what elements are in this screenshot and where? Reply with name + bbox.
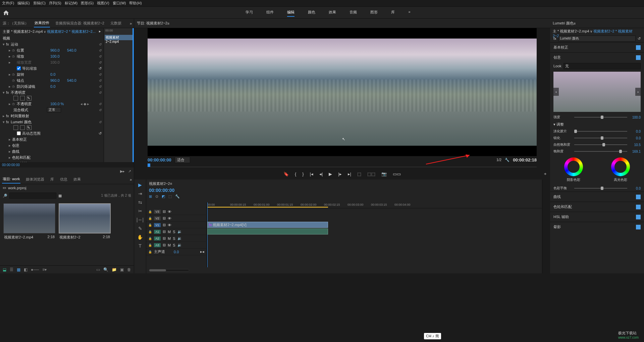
type-tool-icon[interactable]: T (139, 243, 142, 249)
uniform-scale-checkbox[interactable]: 等比缩放↺ (0, 65, 104, 71)
slider-sharpen[interactable]: 锐化0.0 (550, 135, 644, 141)
menu-help[interactable]: 帮助(H) (129, 1, 142, 6)
prop-anchor[interactable]: ◷锚点960.0540.0↺ (0, 77, 104, 83)
lumetri-curves[interactable]: ▸曲线 (0, 148, 104, 154)
prop-opacity-value[interactable]: ▸◷不透明度100.0 %◂ ◆ ▸↺ (0, 101, 104, 107)
ws-overflow-icon[interactable]: » (408, 8, 410, 17)
track-a2[interactable]: 🔒A2⊟MS🔉 (146, 235, 206, 242)
track-v2[interactable]: 🔒V2⊟👁 (146, 215, 206, 222)
lumetri-hsl[interactable]: ▸HSL 辅助 (0, 160, 104, 162)
settings-icon[interactable]: ⬚ (168, 194, 172, 199)
adjust-header[interactable]: ▾ 调整 (550, 121, 644, 128)
selection-tool-icon[interactable]: ▶ (138, 182, 142, 188)
tab-info[interactable]: 信息 (59, 176, 68, 183)
audio-clip[interactable] (207, 228, 328, 234)
lumetri-wheels[interactable]: ▸色轮和匹配 (0, 154, 104, 160)
prop-scale[interactable]: ▸◷缩放100.0↺ (0, 53, 104, 59)
ws-tab-editing[interactable]: 编辑 (287, 8, 294, 17)
lumetri-creative[interactable]: ▸创意 (0, 142, 104, 148)
overflow-icon[interactable]: » (130, 178, 132, 182)
step-fwd-icon[interactable]: |▸ (338, 172, 341, 177)
play-only-icon[interactable]: ▶▸ (120, 169, 125, 174)
effect-time-remap[interactable]: ▸fx时间重映射 (0, 113, 104, 119)
delete-icon[interactable]: 🗑 (127, 267, 131, 272)
in-point-icon[interactable]: { (295, 172, 296, 177)
menu-clip[interactable]: 剪辑(C) (33, 1, 46, 6)
auto-seq-icon[interactable]: ▭ (96, 267, 100, 272)
play-icon[interactable]: ▶ (329, 172, 332, 177)
reset-icon[interactable]: ↺ (638, 37, 641, 41)
slip-tool-icon[interactable]: |↔| (137, 217, 144, 222)
ws-tab-assembly[interactable]: 组件 (266, 8, 274, 17)
mask-shape-icons[interactable]: ✎ (0, 95, 104, 101)
pen-tool-icon[interactable]: ✎ (138, 226, 142, 231)
icon-view-icon[interactable]: ▦ (17, 267, 20, 272)
effect-opacity[interactable]: ▾fx不透明度↺ (0, 89, 104, 95)
program-timecode[interactable]: 00:00:00:00 (148, 157, 171, 162)
prop-antiflicker[interactable]: ▸◷防闪烁滤镜0.0↺ (0, 83, 104, 89)
overflow-icon[interactable]: » (130, 21, 132, 25)
slider-saturation[interactable]: 饱和度169.1 (550, 148, 644, 155)
sort-icon[interactable]: ≡▾ (42, 267, 47, 272)
track-v3[interactable]: 🔒V3⊟👁 (146, 208, 206, 215)
button-editor-icon[interactable]: ＋ (543, 171, 547, 177)
extract-icon[interactable]: ⬚⬚ (367, 172, 375, 177)
playhead-icon[interactable] (148, 163, 150, 167)
prev-look-icon[interactable]: ‹ (553, 88, 559, 96)
track-v1[interactable]: 🔒V1⊟👁 (146, 222, 206, 228)
razor-tool-icon[interactable]: ✂ (138, 208, 142, 214)
slider-intensity[interactable]: 强度100.0 (550, 114, 644, 121)
menu-window[interactable]: 窗口(W) (113, 1, 126, 6)
freeform-view-icon[interactable]: ◧ (24, 267, 28, 272)
wrench-icon[interactable]: 🔧 (505, 158, 509, 162)
export-frame-icon[interactable]: 📷 (381, 172, 387, 177)
home-button[interactable] (0, 7, 12, 19)
slider-fade[interactable]: 淡化胶片0.0 (550, 128, 644, 135)
highlight-tint-wheel[interactable]: 高光色彩 (609, 157, 632, 182)
ws-tab-audio[interactable]: 音频 (350, 8, 357, 17)
look-select[interactable]: 无 (564, 63, 641, 69)
lumetri-preset-select[interactable]: Lumetri 颜色 (558, 36, 636, 42)
zoom-select[interactable]: 1/2 (496, 158, 501, 162)
menu-view[interactable]: 视图(V) (97, 1, 109, 6)
pen-mask-icon[interactable]: ✎ (27, 96, 32, 100)
crumb-link[interactable]: 视频素材2~2 * 视频素材2~2... (47, 29, 96, 33)
compare-icon[interactable]: ▭▭ (393, 172, 401, 177)
tab-media-browser[interactable]: 媒体浏览器 (25, 176, 45, 183)
section-basic[interactable]: 基本校正 (550, 42, 644, 52)
find-icon[interactable]: 🔍 (103, 267, 108, 272)
ws-tab-libraries[interactable]: 库 (391, 8, 395, 17)
check-icon[interactable] (636, 45, 641, 50)
prop-blend-mode[interactable]: 混合模式正常↺ (0, 107, 104, 113)
marker-tool-icon[interactable]: ◩ (162, 194, 165, 199)
snap-icon[interactable]: ⊞ (149, 194, 152, 199)
list-view-icon[interactable]: ☰ (10, 267, 13, 272)
timeline-zoom-scrollbar[interactable] (149, 269, 189, 272)
section-wheels[interactable]: 色轮和匹配 (550, 202, 644, 212)
tab-project[interactable]: 项目: work (2, 175, 20, 184)
linked-sel-icon[interactable]: ⊙ (155, 194, 158, 199)
prop-position[interactable]: ▸◷位置960.0540.0↺ (0, 47, 104, 53)
tab-audio-mixer[interactable]: 音频剪辑混合器: 视频素材2~2 (55, 19, 105, 27)
ripple-tool-icon[interactable]: ⇆ (138, 200, 142, 205)
ellipse-mask-icon[interactable] (13, 96, 18, 100)
time-ruler[interactable]: 00:00 00:00:00:15 00:00:01:00 00:00:01:1… (207, 202, 542, 208)
tab-libraries[interactable]: 库 (50, 176, 55, 183)
track-master[interactable]: 🔒主声道0.0▸◂ (146, 249, 206, 255)
tab-effect-controls[interactable]: 效果控件 (34, 19, 50, 27)
wrench-icon[interactable]: 🔧 (175, 194, 180, 199)
new-item-icon[interactable]: ▣ (120, 267, 124, 272)
shadow-tint-wheel[interactable]: 阴影色彩 (562, 157, 585, 182)
blend-mode-select[interactable]: 正常 (47, 107, 61, 113)
check-icon[interactable] (636, 55, 641, 60)
program-tab[interactable]: 节目: 视频素材2~2 (137, 21, 167, 26)
tab-source[interactable]: 源：（无剪辑） (2, 19, 29, 27)
effect-lumetri[interactable]: ▾fxLumetri 颜色↺ (0, 119, 104, 125)
track-select-tool-icon[interactable]: ⇥ (138, 191, 142, 196)
marker-icon[interactable]: 🔖 (283, 172, 289, 177)
lumetri-mask-icons[interactable]: ✎ (0, 125, 104, 130)
tab-effects-browser[interactable]: 效果 (73, 176, 82, 183)
timeline-tracks[interactable]: 00:00 00:00:00:15 00:00:01:00 00:00:01:1… (207, 202, 542, 267)
hand-tool-icon[interactable]: ✋ (137, 234, 143, 240)
section-hsl[interactable]: HSL 辅助 (550, 212, 644, 222)
